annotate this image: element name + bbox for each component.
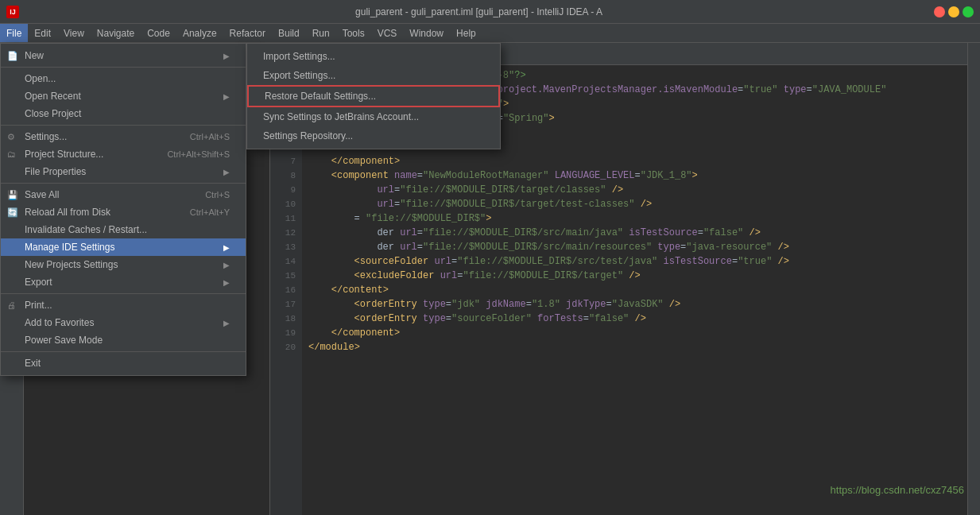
menu-settings-label: Settings... [25, 131, 67, 142]
submenu-arrow: ▶ [223, 52, 230, 60]
menu-item-edit[interactable]: Edit [28, 24, 57, 42]
submenu-arrow: ▶ [223, 319, 230, 327]
menu-new-projects-label: New Projects Settings [25, 259, 118, 270]
menu-item-analyze[interactable]: Analyze [176, 24, 223, 42]
menu-project-structure[interactable]: 🗂 Project Structure... Ctrl+Alt+Shift+S [1, 145, 246, 163]
menu-item-tools[interactable]: Tools [336, 24, 371, 42]
submenu-arrow: ▶ [223, 278, 230, 287]
separator [1, 351, 246, 352]
maximize-button[interactable] [963, 6, 974, 17]
menu-settings[interactable]: ⚙ Settings... Ctrl+Alt+S [1, 128, 246, 145]
menu-close-project-label: Close Project [25, 108, 81, 119]
menu-item-view[interactable]: View [57, 24, 91, 42]
menu-open-label: Open... [25, 73, 56, 84]
menu-item-code[interactable]: Code [141, 24, 176, 42]
menu-open[interactable]: Open... [1, 70, 246, 87]
restore-default-label: Restore Default Settings... [265, 91, 376, 102]
sync-jetbrains-label: Sync Settings to JetBrains Account... [263, 111, 419, 122]
submenu-arrow: ▶ [223, 243, 230, 252]
menu-save-all-label: Save All [25, 189, 59, 200]
menu-bar: File Edit View Navigate Code Analyze Ref… [0, 24, 980, 43]
separator [1, 67, 246, 68]
menu-new-label: New [25, 50, 44, 61]
title-bar: IJ guli_parent - guli_parent.iml [guli_p… [0, 0, 980, 24]
menu-open-recent-label: Open Recent [25, 91, 81, 102]
file-menu-dropdown: 📄 New ▶ Open... Open Recent ▶ Close Proj… [0, 43, 246, 376]
submenu-arrow: ▶ [223, 168, 230, 176]
export-settings-label: Export Settings... [263, 70, 335, 81]
import-settings-label: Import Settings... [263, 51, 335, 62]
submenu-settings-repository[interactable]: Settings Repository... [247, 126, 500, 145]
menu-power-save-label: Power Save Mode [25, 335, 103, 346]
menu-item-build[interactable]: Build [272, 24, 306, 42]
app-icon: IJ [6, 6, 19, 18]
shortcut-label: Ctrl+Alt+Y [190, 207, 230, 217]
menu-add-favorites-label: Add to Favorites [25, 317, 94, 328]
menu-export[interactable]: Export ▶ [1, 273, 246, 291]
separator [1, 183, 246, 184]
shortcut-label: Ctrl+S [205, 190, 230, 199]
menu-file-properties[interactable]: File Properties ▶ [1, 163, 246, 180]
menu-reload[interactable]: 🔄 Reload All from Disk Ctrl+Alt+Y [1, 203, 246, 221]
menu-exit[interactable]: Exit [1, 354, 246, 372]
submenu-arrow: ▶ [223, 261, 230, 269]
reload-icon: 🔄 [7, 207, 18, 218]
menu-item-file[interactable]: File [0, 24, 28, 42]
menu-reload-label: Reload All from Disk [25, 207, 110, 218]
menu-close-project[interactable]: Close Project [1, 105, 246, 122]
menu-manage-ide-label: Manage IDE Settings [25, 242, 114, 253]
menu-power-save[interactable]: Power Save Mode [1, 331, 246, 349]
project-structure-icon: 🗂 [7, 149, 16, 159]
window-title: guli_parent - guli_parent.iml [guli_pare… [24, 6, 934, 17]
menu-invalidate-label: Invalidate Caches / Restart... [25, 224, 147, 235]
menu-export-label: Export [25, 277, 52, 288]
menu-project-structure-label: Project Structure... [25, 149, 103, 160]
submenu-export-settings[interactable]: Export Settings... [247, 66, 500, 85]
shortcut-label: Ctrl+Alt+Shift+S [167, 149, 230, 159]
menu-item-refactor[interactable]: Refactor [223, 24, 272, 42]
settings-repository-label: Settings Repository... [263, 130, 353, 141]
close-button[interactable] [934, 6, 945, 17]
manage-ide-submenu: Import Settings... Export Settings... Re… [246, 43, 501, 149]
menu-save-all[interactable]: 💾 Save All Ctrl+S [1, 186, 246, 203]
right-sidebar [967, 43, 980, 515]
menu-print-label: Print... [25, 300, 52, 311]
menu-item-help[interactable]: Help [450, 24, 482, 42]
separator [1, 293, 246, 294]
save-icon: 💾 [7, 190, 18, 200]
menu-file-properties-label: File Properties [25, 166, 86, 177]
menu-add-to-favorites[interactable]: Add to Favorites ▶ [1, 314, 246, 331]
menu-invalidate-caches[interactable]: Invalidate Caches / Restart... [1, 221, 246, 238]
print-icon: 🖨 [7, 300, 16, 310]
window-controls [934, 6, 974, 17]
menu-exit-label: Exit [25, 358, 41, 369]
submenu-import-settings[interactable]: Import Settings... [247, 47, 500, 66]
menu-print[interactable]: 🖨 Print... [1, 296, 246, 314]
menu-item-navigate[interactable]: Navigate [91, 24, 141, 42]
menu-item-vcs[interactable]: VCS [371, 24, 404, 42]
menu-item-window[interactable]: Window [403, 24, 450, 42]
settings-icon: ⚙ [7, 132, 15, 142]
menu-manage-ide[interactable]: Manage IDE Settings ▶ [1, 238, 246, 256]
watermark: https://blog.csdn.net/cxz7456 [831, 484, 964, 496]
menu-open-recent[interactable]: Open Recent ▶ [1, 87, 246, 105]
submenu-restore-default-settings[interactable]: Restore Default Settings... [247, 85, 500, 107]
submenu-sync-jetbrains[interactable]: Sync Settings to JetBrains Account... [247, 107, 500, 126]
menu-new-projects-settings[interactable]: New Projects Settings ▶ [1, 256, 246, 273]
new-icon: 📄 [7, 51, 18, 61]
submenu-arrow: ▶ [223, 92, 230, 101]
separator [1, 125, 246, 126]
menu-item-run[interactable]: Run [306, 24, 336, 42]
shortcut-label: Ctrl+Alt+S [190, 132, 230, 141]
menu-new[interactable]: 📄 New ▶ [1, 47, 246, 64]
minimize-button[interactable] [948, 6, 959, 17]
